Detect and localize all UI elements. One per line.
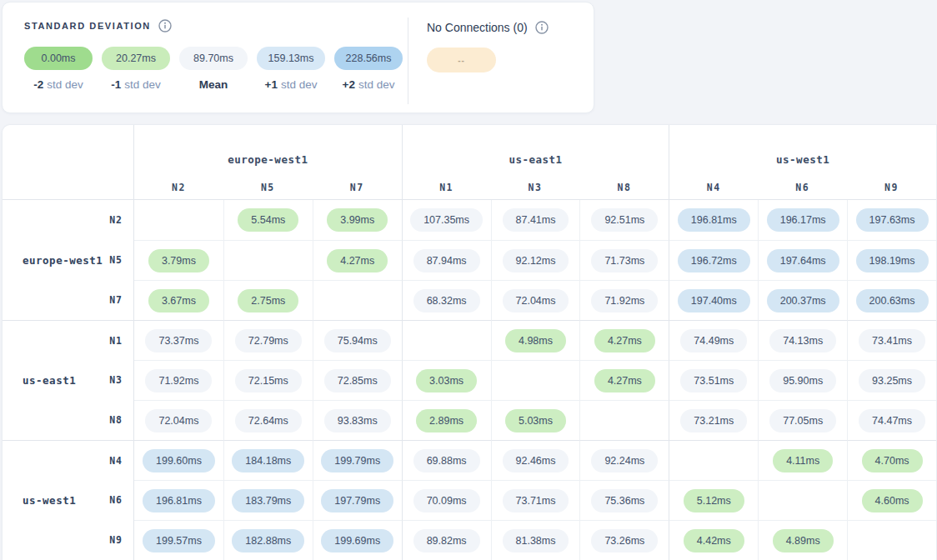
latency-pill[interactable]: 196.72ms [678, 249, 750, 272]
latency-pill[interactable]: 4.60ms [862, 489, 923, 512]
matrix-cell-n1-5: 4.98ms [491, 320, 580, 360]
latency-pill[interactable]: 5.54ms [238, 208, 298, 232]
row-node-label: N3 [109, 374, 123, 386]
matrix-cell-n9-7: 4.42ms [669, 520, 758, 560]
matrix-cell-n6-5: 73.71ms [491, 480, 580, 520]
latency-pill[interactable]: 182.88ms [232, 529, 304, 552]
latency-pill[interactable]: 184.18ms [232, 449, 304, 472]
latency-pill[interactable]: 5.03ms [505, 409, 566, 432]
latency-pill[interactable]: 93.83ms [324, 409, 391, 432]
latency-pill[interactable]: 200.63ms [856, 289, 929, 312]
latency-pill[interactable]: 72.85ms [324, 369, 391, 392]
latency-pill[interactable]: 72.04ms [145, 409, 212, 432]
matrix-cell-n1-4 [402, 320, 491, 360]
info-icon[interactable] [535, 21, 549, 34]
latency-pill[interactable]: 73.37ms [145, 329, 212, 352]
latency-pill[interactable]: 4.98ms [505, 329, 566, 352]
latency-pill[interactable]: 75.36ms [591, 489, 658, 512]
latency-pill[interactable]: 72.79ms [235, 329, 302, 352]
latency-pill[interactable]: 73.51ms [680, 369, 747, 392]
latency-pill[interactable]: 5.12ms [684, 489, 744, 512]
latency-pill[interactable]: 70.09ms [413, 489, 480, 512]
latency-pill[interactable]: 77.05ms [769, 409, 836, 432]
matrix-cell-n6-8 [758, 480, 847, 520]
latency-pill[interactable]: 196.17ms [767, 208, 839, 232]
latency-pill[interactable]: 69.88ms [413, 449, 480, 472]
latency-pill[interactable]: 199.57ms [143, 529, 215, 552]
legend-stop: 0.00ms-2std dev [24, 47, 93, 91]
row-node-label: N5 [109, 254, 123, 266]
legend-pill: 0.00ms [24, 47, 93, 70]
latency-pill[interactable]: 92.51ms [591, 208, 658, 232]
latency-pill[interactable]: 197.64ms [767, 249, 839, 272]
latency-pill[interactable]: 2.75ms [238, 289, 298, 312]
latency-pill[interactable]: 4.11ms [773, 449, 833, 472]
latency-pill[interactable]: 200.37ms [767, 289, 839, 312]
latency-pill[interactable]: 95.90ms [769, 369, 836, 392]
latency-pill[interactable]: 87.94ms [413, 249, 480, 272]
latency-pill[interactable]: 73.71ms [503, 489, 569, 512]
latency-pill[interactable]: 92.24ms [591, 449, 658, 472]
latency-pill[interactable]: 3.67ms [148, 289, 209, 312]
latency-pill[interactable]: 74.49ms [680, 329, 747, 352]
latency-pill[interactable]: 74.13ms [769, 329, 836, 352]
latency-pill[interactable]: 72.15ms [235, 369, 302, 392]
row-node-label: N1 [109, 335, 123, 347]
matrix-cell-n8-4: 2.89ms [402, 400, 491, 440]
matrix-cell-n2-5: 87.41ms [491, 200, 580, 240]
latency-pill[interactable]: 81.38ms [503, 529, 569, 552]
matrix-cell-n2-2: 5.54ms [223, 200, 313, 240]
latency-pill[interactable]: 4.42ms [684, 529, 744, 552]
column-group-header-europe-west1: europe-west1 [134, 125, 402, 168]
latency-pill[interactable]: 3.03ms [416, 369, 477, 392]
latency-pill[interactable]: 196.81ms [678, 208, 750, 232]
latency-pill[interactable]: 2.89ms [416, 409, 477, 432]
latency-pill[interactable]: 197.79ms [321, 489, 393, 512]
latency-pill[interactable]: 89.82ms [413, 529, 480, 552]
latency-pill[interactable]: 107.35ms [410, 208, 483, 232]
matrix-cell-n1-1: 73.37ms [134, 320, 223, 360]
latency-pill[interactable]: 74.47ms [859, 409, 925, 432]
latency-pill[interactable]: 4.27ms [327, 249, 388, 272]
latency-pill[interactable]: 72.64ms [235, 409, 302, 432]
latency-pill[interactable]: 3.99ms [327, 208, 388, 232]
matrix-cell-n6-9: 4.60ms [847, 480, 936, 520]
latency-pill[interactable]: 71.92ms [591, 289, 658, 312]
legend-pill: 159.13ms [257, 47, 325, 70]
latency-pill[interactable]: 4.70ms [862, 449, 923, 472]
latency-pill[interactable]: 73.41ms [859, 329, 925, 352]
latency-pill[interactable]: 4.89ms [773, 529, 834, 552]
latency-pill[interactable]: 183.79ms [232, 489, 304, 512]
latency-pill[interactable]: 199.60ms [143, 449, 215, 472]
latency-pill[interactable]: 4.27ms [594, 369, 655, 392]
latency-pill[interactable]: 92.46ms [503, 449, 569, 472]
latency-pill[interactable]: 72.04ms [503, 289, 569, 312]
matrix-cell-n1-9: 73.41ms [847, 320, 936, 360]
matrix-cell-n4-8: 4.11ms [758, 440, 847, 480]
latency-pill[interactable]: 92.12ms [503, 249, 569, 272]
row-header-n5: europe-west1N5 [3, 240, 134, 280]
legend-divider [408, 18, 408, 104]
latency-pill[interactable]: 87.41ms [503, 208, 569, 232]
latency-pill[interactable]: 198.19ms [856, 249, 929, 272]
matrix-cell-n2-8: 196.17ms [758, 200, 847, 240]
latency-pill[interactable]: 71.73ms [591, 249, 658, 272]
matrix-cell-n5-1: 3.79ms [134, 240, 223, 280]
latency-pill[interactable]: 3.79ms [148, 249, 209, 272]
info-icon[interactable] [158, 19, 172, 32]
latency-pill[interactable]: 71.92ms [145, 369, 212, 392]
latency-pill[interactable]: 93.25ms [859, 369, 925, 392]
latency-pill[interactable]: 75.94ms [324, 329, 391, 352]
latency-pill[interactable]: 199.79ms [321, 449, 393, 472]
latency-pill[interactable]: 199.69ms [321, 529, 393, 552]
latency-pill[interactable]: 73.26ms [591, 529, 658, 552]
matrix-cell-n5-3: 4.27ms [313, 240, 402, 280]
latency-pill[interactable]: 196.81ms [143, 489, 215, 512]
latency-pill[interactable]: 197.63ms [856, 208, 929, 232]
matrix-cell-n8-2: 72.64ms [223, 400, 313, 440]
latency-pill[interactable]: 197.40ms [678, 289, 750, 312]
matrix-cell-n2-4: 107.35ms [402, 200, 491, 240]
latency-pill[interactable]: 68.32ms [413, 289, 480, 312]
latency-pill[interactable]: 73.21ms [680, 409, 747, 432]
latency-pill[interactable]: 4.27ms [594, 329, 655, 352]
